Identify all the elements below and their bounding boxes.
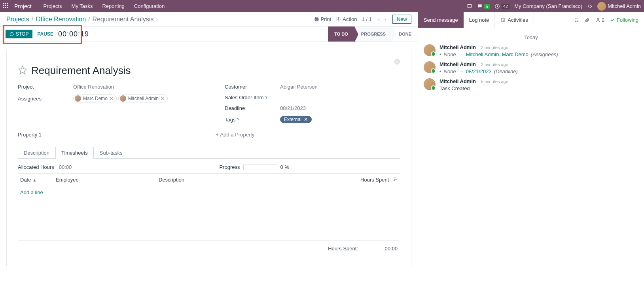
- add-property-button[interactable]: + Add a Property: [216, 132, 254, 138]
- breadcrumb-sep: /: [88, 16, 90, 23]
- col-hours[interactable]: Hours Spent: [349, 174, 400, 186]
- clock-icon[interactable]: 42: [494, 4, 510, 9]
- chatter-message: Mitchell Admin 5 minutes ago Task Create…: [424, 78, 638, 91]
- settings-icon[interactable]: [393, 177, 398, 182]
- label-assignees: Assignees: [18, 96, 73, 102]
- attachment-icon[interactable]: [585, 17, 590, 23]
- apps-icon[interactable]: [3, 3, 9, 9]
- progress-bar: [243, 165, 277, 170]
- tab-description[interactable]: Description: [18, 147, 55, 159]
- stop-button[interactable]: STOP: [6, 30, 32, 38]
- value-assignees[interactable]: Marc Demo ✕ Mitchell Admin ✕: [73, 95, 168, 103]
- phone-icon[interactable]: [467, 4, 472, 9]
- svg-point-5: [10, 32, 13, 36]
- assignee-chip[interactable]: Marc Demo ✕: [73, 95, 117, 102]
- value-deadline[interactable]: 08/21/2023: [280, 105, 306, 111]
- message-author[interactable]: Mitchell Admin: [439, 61, 476, 67]
- message-author[interactable]: Mitchell Admin: [439, 44, 476, 50]
- col-description[interactable]: Description: [156, 174, 349, 186]
- remove-icon[interactable]: ✕: [110, 96, 113, 101]
- svg-point-4: [338, 19, 339, 20]
- svg-point-8: [597, 18, 599, 20]
- remove-icon[interactable]: ✕: [304, 117, 308, 122]
- svg-marker-6: [19, 66, 27, 74]
- label-sales-order: Sales Order Item ?: [225, 95, 280, 100]
- chat-icon[interactable]: 5: [477, 4, 490, 9]
- activities-button[interactable]: Activities: [494, 12, 534, 28]
- new-button[interactable]: New: [392, 15, 411, 24]
- timesheet-table: Date▲ Employee Description Hours Spent A…: [18, 173, 400, 240]
- send-message-button[interactable]: Send message: [418, 12, 464, 28]
- help-icon[interactable]: ?: [237, 117, 239, 122]
- chatter-message: Mitchell Admin 2 minutes ago • None → 08…: [424, 61, 638, 74]
- avatar: [120, 95, 126, 102]
- user-name: Mitchell Admin: [608, 3, 641, 9]
- value-tags[interactable]: External ✕: [280, 116, 312, 123]
- following-button[interactable]: Following: [610, 17, 638, 23]
- avatar: [75, 95, 81, 102]
- follower-count: 2: [602, 17, 604, 23]
- pager-prev[interactable]: ‹: [377, 16, 381, 22]
- breadcrumb: Projects / Office Renovation / Requireme…: [6, 16, 158, 23]
- breadcrumb-current: Requirement Analysis: [93, 16, 154, 23]
- allocated-hours-value[interactable]: 00:00: [59, 164, 72, 170]
- value-project[interactable]: Office Renovation: [73, 84, 114, 90]
- control-row: Projects / Office Renovation / Requireme…: [0, 12, 418, 26]
- stage-todo[interactable]: TO DO: [328, 26, 354, 42]
- kanban-state-dot[interactable]: [394, 59, 400, 64]
- pause-button[interactable]: PAUSE: [37, 31, 53, 37]
- breadcrumb-project[interactable]: Office Renovation: [36, 16, 86, 23]
- breadcrumb-projects[interactable]: Projects: [6, 16, 29, 23]
- col-employee[interactable]: Employee: [53, 174, 156, 186]
- progress-value: 0 %: [280, 164, 289, 170]
- col-date[interactable]: Date▲: [18, 174, 53, 186]
- menu-configuration[interactable]: Configuration: [130, 3, 169, 9]
- action-button[interactable]: Action: [336, 16, 357, 22]
- followers-button[interactable]: 2: [595, 17, 604, 23]
- star-icon[interactable]: [18, 65, 27, 76]
- avatar: [424, 61, 436, 73]
- assignee-chip[interactable]: Mitchell Admin ✕: [118, 95, 168, 102]
- company-switcher[interactable]: My Company (San Francisco): [514, 3, 582, 9]
- bookmark-icon[interactable]: [574, 17, 579, 23]
- pager-next[interactable]: ›: [383, 16, 388, 22]
- menu-mytasks[interactable]: My Tasks: [68, 3, 97, 9]
- print-label: Print: [321, 16, 331, 22]
- task-title[interactable]: Requirement Analysis: [31, 64, 131, 77]
- avatar: [424, 78, 436, 90]
- allocated-hours-label: Allocated Hours: [18, 164, 54, 170]
- tab-subtasks[interactable]: Sub-tasks: [94, 147, 129, 159]
- label-deadline: Deadline: [225, 105, 280, 111]
- form-sheet: Requirement Analysis Project Office Reno…: [6, 50, 411, 266]
- status-row: STOP PAUSE 00:00:19 TO DO PROGRESS DONE: [0, 26, 418, 42]
- tag-pill[interactable]: External ✕: [280, 116, 312, 123]
- label-tags: Tags ?: [225, 117, 280, 123]
- log-note-button[interactable]: Log note: [464, 12, 495, 28]
- message-time: 2 minutes ago: [478, 45, 508, 50]
- add-line-button[interactable]: Add a line: [20, 189, 43, 195]
- total-value: 00:00: [374, 246, 398, 252]
- stage-progress[interactable]: PROGRESS: [354, 26, 392, 42]
- user-menu[interactable]: Mitchell Admin: [597, 2, 641, 11]
- chatter: Send message Log note Activities 2: [418, 12, 644, 282]
- print-button[interactable]: Print: [314, 16, 331, 22]
- topbar: Project Projects My Tasks Reporting Conf…: [0, 0, 644, 12]
- pager-count: 1 / 1: [362, 16, 371, 22]
- chat-badge: 5: [484, 4, 490, 9]
- message-author[interactable]: Mitchell Admin: [439, 78, 476, 84]
- remove-icon[interactable]: ✕: [161, 96, 164, 101]
- value-customer[interactable]: Abigail Peterson: [280, 84, 318, 90]
- chatter-day-label: Today: [424, 34, 638, 40]
- arrow-icon: →: [458, 51, 464, 57]
- label-customer: Customer: [225, 84, 280, 90]
- tab-timesheets[interactable]: Timesheets: [55, 147, 94, 159]
- debug-icon[interactable]: [587, 4, 593, 9]
- help-icon[interactable]: ?: [265, 95, 267, 100]
- arrow-icon: →: [458, 68, 464, 74]
- menu-reporting[interactable]: Reporting: [98, 3, 128, 9]
- label-property1[interactable]: Property 1: [18, 132, 216, 138]
- avatar: [597, 2, 606, 11]
- menu-projects[interactable]: Projects: [40, 3, 66, 9]
- chatter-message: Mitchell Admin 2 minutes ago • None → Mi…: [424, 44, 638, 57]
- label-project: Project: [18, 84, 73, 90]
